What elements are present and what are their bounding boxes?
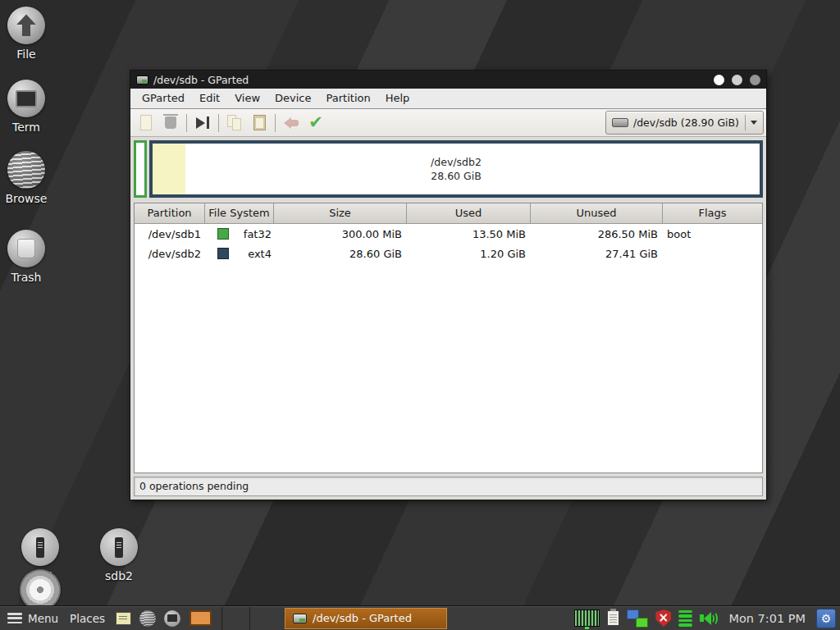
undo-button[interactable] (279, 112, 304, 135)
device-selector-value: /dev/sdb (28.90 GiB) (633, 116, 739, 129)
globe-icon (7, 151, 45, 189)
header-size[interactable]: Size (274, 203, 407, 224)
menu-bar: GParted Edit View Device Partition Help (130, 89, 766, 109)
paste-button[interactable] (247, 112, 272, 135)
volume-icon[interactable] (700, 611, 718, 626)
volume-label: sdb2 (93, 569, 145, 582)
desktop-icon-label: Term (0, 121, 52, 134)
filesystem-color-swatch (217, 248, 229, 259)
partition-visual-sdb2[interactable]: /dev/sdb2 28.60 GiB (149, 140, 763, 198)
terminal-icon (164, 610, 180, 627)
window-titlebar[interactable]: /dev/sdb - GParted (130, 71, 766, 89)
desktop-icon-label: Browse (0, 192, 52, 205)
header-file-system[interactable]: File System (205, 203, 274, 224)
optical-disc-icon[interactable] (20, 569, 61, 610)
partition-table: Partition File System Size Used Unused F… (134, 203, 763, 473)
checkmark-icon: ✔ (308, 114, 323, 131)
table-row[interactable]: /dev/sdb1 fat32 300.00 MiB 13.50 MiB 286… (135, 224, 762, 244)
launcher-file-manager[interactable] (113, 609, 133, 628)
update-error-shield-icon[interactable]: × (655, 609, 671, 627)
taskbar-window-button[interactable]: /dev/sdb - GParted (285, 608, 447, 629)
menu-help[interactable]: Help (378, 89, 418, 108)
toolbar-separator (186, 114, 187, 132)
terminal-icon (7, 80, 45, 117)
new-document-icon (140, 115, 152, 130)
taskbar-places-button[interactable]: Places (64, 612, 111, 625)
partition-visual-sdb1[interactable] (134, 140, 147, 198)
desktop-icon-term[interactable]: Term (0, 80, 52, 134)
desktop-icon-sdb2[interactable]: sdb2 (93, 528, 145, 582)
copy-button[interactable] (222, 112, 247, 135)
hard-drive-icon (612, 118, 628, 127)
menu-view[interactable]: View (227, 89, 267, 108)
launcher-browser[interactable] (138, 609, 158, 628)
usb-drive-icon (21, 528, 59, 566)
desktop-pager[interactable] (189, 610, 212, 626)
table-header-row: Partition File System Size Used Unused F… (135, 203, 762, 224)
cell-partition: /dev/sdb1 (135, 228, 205, 240)
cell-size: 300.00 MiB (274, 228, 407, 240)
resize-move-button[interactable] (190, 112, 215, 135)
header-used[interactable]: Used (407, 203, 531, 224)
menu-gparted[interactable]: GParted (135, 89, 192, 108)
window-title: /dev/sdb - GParted (153, 74, 249, 86)
window-content: /dev/sdb2 28.60 GiB Partition File Syste… (130, 137, 766, 500)
cpu-monitor-icon[interactable] (574, 609, 600, 627)
status-bar: 0 operations pending (134, 477, 763, 496)
globe-icon (139, 610, 156, 627)
cell-partition: /dev/sdb2 (135, 248, 205, 260)
undo-arrow-icon (284, 117, 299, 129)
window-control-maximize[interactable] (732, 75, 742, 85)
gparted-icon (293, 614, 307, 623)
taskbar-menu-button[interactable]: Menu (22, 612, 64, 625)
settings-button[interactable]: ⚙ (816, 609, 836, 628)
taskbar-clock[interactable]: Mon 7:01 PM (728, 612, 806, 625)
toolbar: ✔ /dev/sdb (28.90 GiB) (130, 109, 766, 137)
cell-file-system: fat32 (205, 228, 274, 240)
cell-used: 13.50 MiB (407, 228, 531, 240)
desktop-icon-trash[interactable]: Trash (0, 230, 52, 284)
desktop-icon-label: Trash (0, 271, 52, 284)
toolbar-separator (275, 114, 276, 132)
header-unused[interactable]: Unused (531, 203, 663, 224)
new-partition-button[interactable] (134, 112, 158, 135)
delete-partition-button[interactable] (158, 112, 183, 135)
desktop-icon-file[interactable]: File (0, 7, 52, 61)
menu-device[interactable]: Device (267, 89, 318, 108)
cell-flags: boot (663, 228, 762, 240)
table-row[interactable]: /dev/sdb2 ext4 28.60 GiB 1.20 GiB 27.41 … (135, 244, 762, 263)
desktop-icon-browse[interactable]: Browse (0, 151, 52, 205)
launcher-terminal[interactable] (162, 609, 182, 628)
taskbar-separator (249, 607, 250, 630)
network-bars-icon[interactable] (678, 610, 692, 627)
menu-hamburger-icon[interactable] (7, 613, 22, 623)
resize-move-icon (196, 116, 209, 129)
desktop-icon-label: File (0, 48, 52, 61)
displays-icon[interactable] (627, 609, 648, 628)
taskbar: Menu Places /dev/sdb - GParted × Mon 7:0… (0, 605, 840, 630)
header-partition[interactable]: Partition (135, 203, 205, 224)
trash-icon (165, 116, 176, 129)
cell-used: 1.20 GiB (407, 248, 531, 260)
gparted-icon (136, 75, 148, 84)
system-tray: × Mon 7:01 PM ⚙ (574, 609, 836, 628)
toolbar-separator (218, 114, 219, 132)
apply-button[interactable]: ✔ (304, 112, 328, 135)
window-control-close[interactable] (750, 75, 760, 85)
copy-icon (227, 115, 243, 131)
header-flags[interactable]: Flags (663, 203, 762, 224)
file-manager-icon (7, 7, 45, 44)
paste-icon (253, 115, 266, 130)
window-control-minimize[interactable] (714, 75, 724, 85)
clipboard-icon[interactable] (607, 610, 619, 626)
menu-edit[interactable]: Edit (192, 89, 227, 108)
device-selector[interactable]: /dev/sdb (28.90 GiB) (605, 111, 764, 135)
usb-drive-icon (100, 528, 138, 566)
gparted-window: /dev/sdb - GParted GParted Edit View Dev… (130, 70, 767, 500)
partition-visual-label: /dev/sdb2 28.60 GiB (153, 144, 760, 194)
menu-partition[interactable]: Partition (319, 89, 378, 108)
cell-size: 28.60 GiB (274, 248, 407, 260)
taskbar-separator (221, 607, 222, 630)
chevron-down-icon (751, 121, 757, 125)
file-manager-icon (116, 612, 131, 625)
